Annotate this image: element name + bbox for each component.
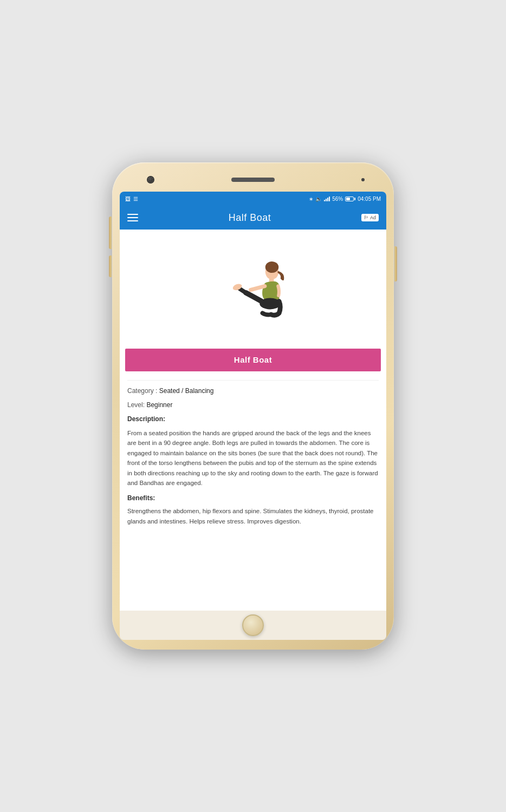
hamburger-menu-button[interactable] — [127, 214, 138, 221]
status-right-area: ∗ 🔈 56% 04:05 PM — [309, 196, 381, 202]
description-label: Description: — [127, 415, 165, 423]
hamburger-line-1 — [127, 214, 138, 215]
earpiece-speaker — [231, 178, 275, 182]
top-divider — [127, 380, 379, 381]
battery-icon — [345, 197, 355, 201]
front-camera — [148, 177, 153, 182]
list-icon: ☰ — [133, 196, 138, 202]
volume-down-button[interactable] — [109, 256, 112, 277]
status-left-icons: 🖼 ☰ — [125, 196, 138, 202]
ad-button[interactable]: 🏳 Ad — [361, 214, 379, 221]
app-bar-title: Half Boat — [229, 212, 271, 224]
hamburger-line-3 — [127, 220, 138, 221]
level-label: Level: — [127, 401, 145, 409]
battery-percent: 56% — [332, 196, 343, 202]
ad-label: Ad — [370, 215, 376, 220]
home-button[interactable] — [242, 614, 264, 636]
phone-screen: 🖼 ☰ ∗ 🔈 56% 04:05 — [120, 192, 386, 640]
volume-up-button[interactable] — [109, 227, 112, 249]
benefits-label: Benefits: — [127, 494, 379, 502]
description-label-row: Description: — [127, 414, 379, 424]
power-button[interactable] — [394, 246, 397, 281]
bluetooth-icon: ∗ — [309, 196, 313, 202]
time-display: 04:05 PM — [358, 196, 381, 202]
pose-title-text: Half Boat — [234, 355, 272, 364]
category-row: Category : Seated / Balancing — [127, 386, 379, 396]
headphone-jack — [361, 178, 365, 181]
level-value: Beginner — [146, 401, 172, 409]
mute-icon: 🔈 — [315, 196, 322, 202]
description-text: From a seated position the hands are gri… — [127, 428, 379, 488]
phone-top-bar — [120, 172, 386, 187]
content-area: Half Boat Category : Seated / Balancing … — [120, 230, 386, 611]
pose-image-area — [120, 230, 386, 349]
svg-point-1 — [265, 261, 279, 273]
category-label: Category : — [127, 387, 157, 395]
status-bar: 🖼 ☰ ∗ 🔈 56% 04:05 — [120, 192, 386, 206]
pose-title-banner: Half Boat — [125, 349, 381, 371]
phone-frame: 🖼 ☰ ∗ 🔈 56% 04:05 — [112, 162, 394, 650]
gallery-icon: 🖼 — [125, 196, 131, 202]
phone-bottom-bar — [120, 611, 386, 640]
hamburger-line-2 — [127, 217, 138, 218]
benefits-text: Strengthens the abdomen, hip flexors and… — [127, 506, 379, 526]
pose-illustration — [204, 254, 302, 330]
signal-icon — [324, 196, 330, 201]
category-value: Seated / Balancing — [159, 387, 214, 395]
flag-icon: 🏳 — [364, 215, 369, 220]
pose-info-section: Category : Seated / Balancing Level: Beg… — [120, 371, 386, 534]
app-bar: Half Boat 🏳 Ad — [120, 206, 386, 230]
level-row: Level: Beginner — [127, 400, 379, 410]
